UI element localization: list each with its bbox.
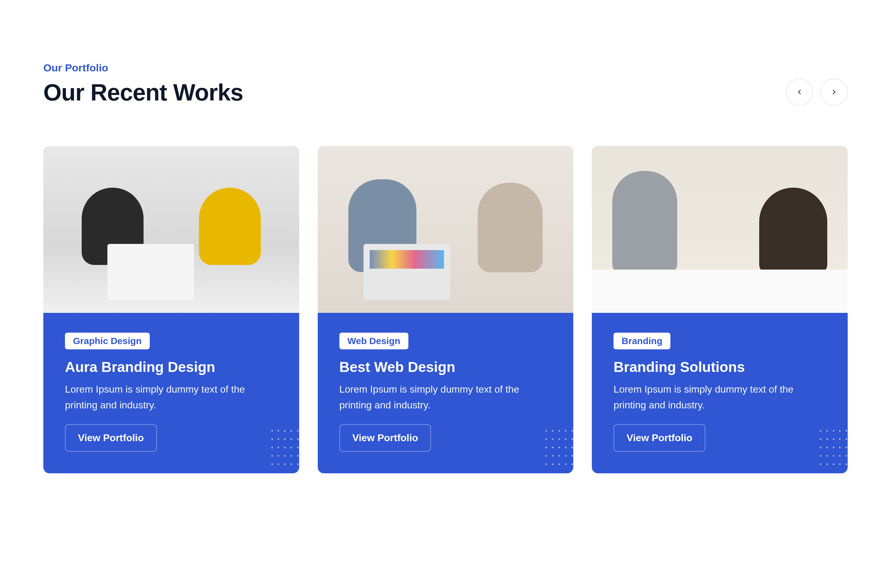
card-content: Branding Branding Solutions Lorem Ipsum … — [592, 313, 848, 473]
decorative-dots — [545, 430, 573, 470]
card-content: Web Design Best Web Design Lorem Ipsum i… — [318, 313, 574, 473]
card-title: Aura Branding Design — [65, 358, 278, 375]
header-text-group: Our Portfolio Our Recent Works — [43, 62, 243, 106]
next-button[interactable] — [820, 78, 848, 106]
view-portfolio-button[interactable]: View Portfolio — [340, 424, 431, 452]
view-portfolio-button[interactable]: View Portfolio — [613, 424, 705, 452]
section-subtitle: Our Portfolio — [43, 62, 243, 74]
card-image — [592, 146, 848, 313]
card-description: Lorem Ipsum is simply dummy text of the … — [613, 381, 826, 413]
chevron-right-icon — [830, 88, 838, 96]
card-image — [43, 146, 299, 313]
section-title: Our Recent Works — [43, 79, 243, 106]
portfolio-cards: Graphic Design Aura Branding Design Lore… — [43, 146, 848, 473]
category-badge: Graphic Design — [65, 333, 150, 350]
decorative-dots — [820, 430, 848, 470]
view-portfolio-button[interactable]: View Portfolio — [65, 424, 157, 452]
category-badge: Web Design — [340, 333, 409, 350]
card-image — [318, 146, 574, 313]
card-content: Graphic Design Aura Branding Design Lore… — [43, 313, 299, 473]
card-title: Best Web Design — [340, 358, 552, 375]
card-description: Lorem Ipsum is simply dummy text of the … — [340, 381, 552, 413]
card-description: Lorem Ipsum is simply dummy text of the … — [65, 381, 278, 413]
portfolio-card: Graphic Design Aura Branding Design Lore… — [43, 146, 299, 473]
portfolio-header: Our Portfolio Our Recent Works — [43, 62, 848, 106]
decorative-dots — [271, 430, 299, 470]
card-title: Branding Solutions — [613, 358, 826, 375]
portfolio-card: Web Design Best Web Design Lorem Ipsum i… — [318, 146, 574, 473]
carousel-nav — [786, 78, 848, 106]
prev-button[interactable] — [786, 78, 813, 106]
portfolio-card: Branding Branding Solutions Lorem Ipsum … — [592, 146, 848, 473]
chevron-left-icon — [796, 88, 803, 96]
category-badge: Branding — [613, 333, 670, 350]
